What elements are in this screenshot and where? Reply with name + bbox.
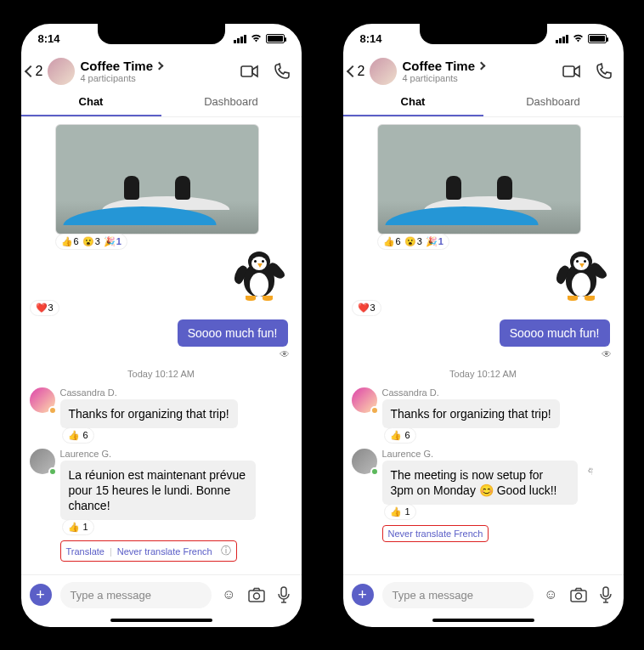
chat-title: Coffee Time — [402, 59, 475, 73]
image-message[interactable] — [377, 124, 581, 235]
video-call-button[interactable] — [240, 62, 259, 81]
wifi-icon — [250, 32, 263, 45]
read-receipt-icon: 👁 — [602, 348, 612, 360]
reaction[interactable]: 👍6 — [62, 427, 94, 444]
reaction-penguin[interactable]: ❤️3 — [352, 300, 381, 316]
avatar-cassandra[interactable] — [30, 387, 55, 413]
outgoing-message[interactable]: Soooo much fun! — [178, 319, 288, 347]
svg-rect-3 — [281, 587, 286, 596]
status-right — [234, 32, 285, 45]
message-cassandra: Cassandra D. Thanks for organizing that … — [30, 387, 293, 444]
avatar-cassandra[interactable] — [352, 387, 377, 413]
compose-add-button[interactable]: + — [30, 584, 52, 606]
translate-button[interactable]: Translate — [66, 546, 105, 557]
status-time: 8:14 — [360, 32, 382, 45]
battery-icon — [266, 34, 285, 43]
status-time: 8:14 — [38, 32, 60, 45]
tab-dashboard[interactable]: Dashboard — [483, 88, 624, 116]
chevron-right-icon — [155, 62, 164, 71]
presence-away-icon — [370, 406, 379, 415]
battery-icon — [588, 34, 607, 43]
back-button[interactable]: 2 — [348, 64, 365, 79]
sticker-penguin[interactable] — [556, 250, 607, 301]
tab-chat[interactable]: Chat — [21, 88, 161, 116]
help-icon[interactable]: ⓘ — [221, 544, 231, 558]
message-bubble[interactable]: Thanks for organizing that trip! — [382, 399, 560, 428]
phone-left: 8:14 2 Coffee Time 4 participants — [13, 15, 310, 636]
messages-pane[interactable]: 👍6 😮3 🎉1 ❤️3 Soooo much fun! 👁 Today 10:… — [21, 117, 302, 574]
messages-pane[interactable]: 👍6 😮3 🎉1 ❤️3 Soooo much fun! 👁 Today 10:… — [343, 117, 624, 574]
reactions-image[interactable]: 👍6 😮3 🎉1 — [55, 234, 127, 250]
mic-button[interactable] — [596, 585, 615, 604]
emoji-button[interactable]: ☺ — [220, 585, 239, 604]
reaction[interactable]: 👍6 — [384, 427, 416, 444]
camera-button[interactable] — [247, 585, 266, 604]
message-input[interactable]: Type a message — [60, 582, 212, 608]
message-bubble-translated[interactable]: The meeting is now setup for 3pm on Mond… — [382, 461, 578, 505]
never-translate-button[interactable]: Never translate French — [117, 546, 212, 557]
sender-name: Laurence G. — [60, 449, 293, 459]
svg-point-2 — [253, 593, 259, 599]
sender-name: Cassandra D. — [60, 387, 293, 398]
back-button[interactable]: 2 — [26, 64, 43, 79]
presence-away-icon — [48, 406, 57, 415]
camera-button[interactable] — [569, 585, 588, 604]
chat-subtitle: 4 participants — [80, 73, 234, 83]
header: 2 Coffee Time 4 participants — [343, 54, 624, 88]
notch — [420, 24, 547, 44]
sticker-penguin[interactable] — [234, 250, 285, 301]
presence-online-icon — [370, 467, 379, 476]
notch — [98, 24, 225, 44]
audio-call-button[interactable] — [273, 62, 291, 81]
emoji-button[interactable]: ☺ — [542, 585, 561, 604]
title-block[interactable]: Coffee Time 4 participants — [80, 59, 234, 83]
phone-right: 8:14 2 Coffee Time 4 participants — [335, 15, 632, 636]
message-bubble[interactable]: Thanks for organizing that trip! — [60, 399, 238, 428]
avatar-laurence[interactable] — [352, 449, 377, 474]
mic-button[interactable] — [274, 585, 293, 604]
message-cassandra: Cassandra D. Thanks for organizing that … — [352, 387, 615, 444]
composer: + Type a message ☺ — [343, 574, 624, 615]
message-input[interactable]: Type a message — [382, 582, 534, 608]
reaction: 🎉1 — [104, 236, 121, 247]
reaction-penguin[interactable]: ❤️3 — [30, 300, 59, 316]
svg-rect-4 — [563, 66, 574, 76]
svg-point-6 — [575, 593, 581, 599]
audio-call-button[interactable] — [595, 62, 613, 81]
chevron-right-icon — [477, 62, 486, 71]
tabs: Chat Dashboard — [343, 88, 624, 117]
group-avatar[interactable] — [370, 58, 397, 85]
never-translate-button[interactable]: Never translate French — [388, 528, 483, 539]
header: 2 Coffee Time 4 participants — [21, 54, 302, 88]
reaction[interactable]: 👍1 — [62, 519, 94, 535]
message-bubble[interactable]: La réunion est maintenant prévue pour 15… — [60, 461, 256, 521]
svg-rect-1 — [249, 591, 264, 602]
sender-name: Laurence G. — [382, 449, 615, 459]
reaction: 👍6 — [61, 236, 79, 247]
reactions-image[interactable]: 👍6 😮3 🎉1 — [377, 234, 449, 250]
image-message[interactable] — [55, 124, 259, 235]
video-call-button[interactable] — [562, 62, 581, 81]
reaction[interactable]: 👍1 — [384, 504, 416, 520]
title-block[interactable]: Coffee Time 4 participants — [402, 59, 556, 83]
chat-subtitle: 4 participants — [402, 73, 556, 83]
home-indicator[interactable] — [110, 619, 212, 622]
group-avatar[interactable] — [48, 58, 75, 85]
timestamp: Today 10:12 AM — [352, 369, 615, 379]
tab-dashboard[interactable]: Dashboard — [161, 88, 302, 116]
avatar-laurence[interactable] — [30, 449, 55, 474]
svg-rect-7 — [603, 587, 608, 596]
translated-icon: අ — [588, 464, 593, 475]
message-laurence: Laurence G. The meeting is now setup for… — [352, 449, 615, 520]
home-indicator[interactable] — [432, 619, 534, 622]
message-laurence: Laurence G. La réunion est maintenant pr… — [30, 449, 293, 536]
translate-options: Translate | Never translate French ⓘ — [60, 540, 237, 562]
tab-chat[interactable]: Chat — [343, 88, 483, 116]
chevron-left-icon — [24, 65, 36, 76]
status-right — [556, 32, 607, 45]
outgoing-message[interactable]: Soooo much fun! — [500, 319, 610, 347]
presence-online-icon — [48, 467, 57, 476]
tabs: Chat Dashboard — [21, 88, 302, 117]
svg-rect-0 — [241, 66, 252, 76]
compose-add-button[interactable]: + — [352, 584, 374, 606]
